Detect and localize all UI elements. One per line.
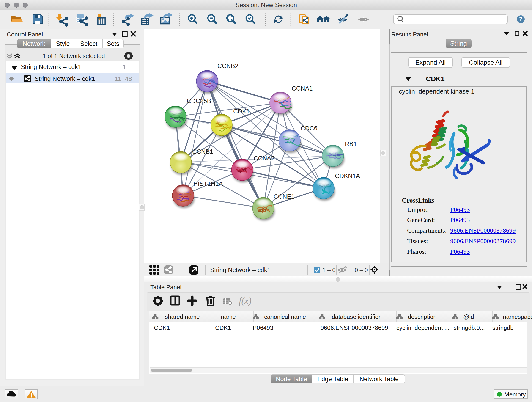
svg-text:CDK1: CDK1 — [233, 108, 250, 115]
svg-text:HIST1H1A: HIST1H1A — [193, 180, 223, 187]
svg-text:CCNB1: CCNB1 — [192, 148, 213, 155]
svg-text:CCNE1: CCNE1 — [273, 193, 295, 200]
svg-text:CCNA1: CCNA1 — [292, 85, 313, 92]
svg-text:String Network – cdk1: String Network – cdk1 — [210, 267, 271, 274]
svg-text:CCNA2: CCNA2 — [254, 155, 275, 162]
svg-text:?: ? — [519, 16, 523, 23]
svg-text:RB1: RB1 — [345, 140, 357, 147]
svg-text:1 – 0: 1 – 0 — [322, 267, 336, 274]
svg-text:CDKN1A: CDKN1A — [335, 172, 360, 179]
svg-text:f(x): f(x) — [239, 296, 252, 306]
svg-text:CCNB2: CCNB2 — [217, 63, 239, 70]
svg-text:CDC6: CDC6 — [301, 125, 317, 132]
svg-text:CDC25B: CDC25B — [187, 98, 211, 104]
svg-text:0 – 0: 0 – 0 — [355, 267, 368, 274]
